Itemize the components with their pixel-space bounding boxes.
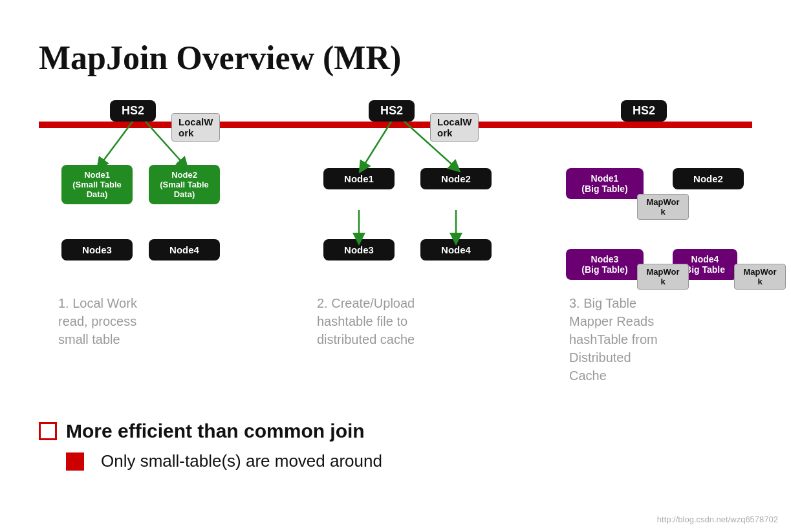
s3-description: 3. Big TableMapper ReadshashTable fromDi… [569, 294, 658, 385]
bullet2-line: Only small-table(s) are moved around [66, 451, 382, 471]
s1-node4: Node4 [149, 239, 220, 261]
s1-node2: Node2(Small TableData) [149, 165, 220, 204]
s3-hs2-box: HS2 [621, 100, 667, 122]
square-outline-icon [39, 422, 57, 440]
s2-description: 2. Create/Uploadhashtable file todistrib… [317, 294, 415, 348]
s2-hs2-box: HS2 [369, 100, 415, 122]
s2-localwork-box: LocalWork [430, 113, 479, 142]
s3-node2: Node2 [673, 168, 744, 189]
bullet1-line: More efficient than common join [39, 420, 382, 442]
s2-node2: Node2 [420, 168, 492, 189]
s1-node1: Node1(Small TableData) [61, 165, 133, 204]
s3-node3: Node3(Big Table) [566, 249, 644, 280]
s1-localwork-box: LocalWork [171, 113, 220, 142]
s2-node4: Node4 [420, 239, 492, 261]
bullet1-text: More efficient than common join [66, 420, 365, 442]
s3-mapwor3: MapWork [734, 264, 786, 290]
s2-node1: Node1 [323, 168, 395, 189]
s3-node1: Node1(Big Table) [566, 168, 644, 199]
s2-node3: Node3 [323, 239, 395, 261]
s3-mapwor2: MapWork [637, 264, 689, 290]
s3-mapwor1: MapWork [637, 194, 689, 220]
s1-node3: Node3 [61, 239, 133, 261]
svg-line-2 [362, 122, 391, 168]
red-line [39, 122, 752, 128]
bullet2-text: Only small-table(s) are moved around [101, 451, 382, 471]
bottom-section: More efficient than common join Only sma… [39, 420, 382, 480]
watermark: http://blog.csdn.net/wzq6578702 [657, 515, 778, 524]
square-filled-icon [66, 452, 84, 471]
s1-description: 1. Local Workread, processsmall table [58, 294, 137, 348]
page-title: MapJoin Overview (MR) [39, 39, 401, 77]
s1-hs2-box: HS2 [110, 100, 156, 122]
svg-line-0 [100, 122, 133, 165]
